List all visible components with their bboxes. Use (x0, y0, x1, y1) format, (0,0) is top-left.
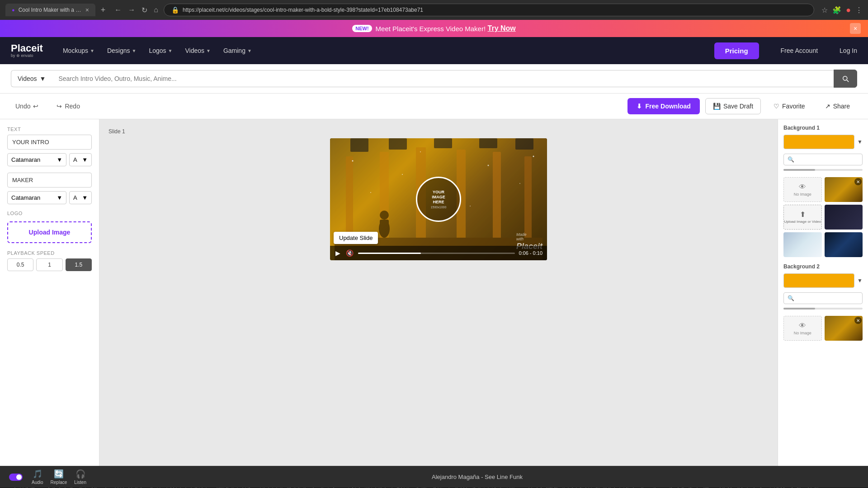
menu-icon[interactable]: ⋮ (855, 6, 863, 14)
tab-title: Cool Intro Maker with a Bold St... (19, 7, 82, 13)
search-category-select[interactable]: Videos ▼ (11, 70, 52, 87)
text-input-2[interactable] (7, 173, 92, 188)
banner-close-btn[interactable]: × (850, 23, 861, 34)
font-select-1[interactable]: Catamaran ▼ (7, 153, 66, 166)
bg1-search-input[interactable] (796, 156, 859, 163)
nav-designs[interactable]: Designs ▼ (102, 43, 142, 58)
search-bar-container: Videos ▼ (0, 64, 868, 94)
audio-ctrl-listen[interactable]: 🎧 Listen (74, 469, 86, 485)
font-size-select-2[interactable]: A ▼ (69, 191, 92, 204)
profile-icon[interactable]: ● (846, 5, 851, 15)
pricing-btn[interactable]: Pricing (714, 42, 759, 59)
video-container[interactable]: YOUR IMAGE HERE 1500x1000 Madewith Place… (330, 138, 547, 260)
nav-logos[interactable]: Logos ▼ (143, 43, 178, 58)
undo-btn[interactable]: Undo ↩ (11, 100, 43, 113)
announcement-banner: NEW! Meet Placeit's Express Video Maker!… (0, 20, 868, 37)
save-icon: 💾 (713, 103, 721, 110)
redo-btn[interactable]: ↪ Redo (52, 100, 84, 113)
login-btn[interactable]: Log In (840, 47, 857, 54)
favorite-btn[interactable]: ♡ Favorite (766, 99, 812, 114)
audio-label: Audio (32, 480, 43, 485)
audio-track-name: Alejandro Magaña - See Line Funk (95, 474, 859, 480)
announcement-text: Meet Placeit's Express Video Maker! (376, 25, 486, 33)
bg2-no-image[interactable]: 👁 No Image (783, 316, 822, 341)
bg1-no-image[interactable]: 👁 No Image (783, 177, 822, 202)
download-icon: ⬇ (637, 103, 642, 110)
bg2-color-arrow[interactable]: ▼ (857, 277, 863, 284)
svg-rect-10 (479, 138, 497, 148)
replace-icon: 🔄 (54, 469, 64, 479)
bg1-thumbnail-1[interactable]: ✕ (825, 177, 863, 202)
redo-label: Redo (65, 103, 80, 110)
bg2-color-swatch[interactable] (783, 273, 854, 288)
svg-rect-7 (350, 138, 368, 152)
search-input-wrap (52, 70, 834, 87)
audio-ctrl-audio[interactable]: 🎵 Audio (32, 469, 43, 485)
svg-rect-9 (434, 138, 452, 148)
upload-icon: ⬆ (800, 210, 806, 219)
text-input-1[interactable] (7, 135, 92, 150)
free-account-btn[interactable]: Free Account (781, 47, 818, 54)
bg1-color-swatch[interactable] (783, 135, 854, 149)
search-icon (841, 75, 849, 83)
bg2-delete-btn[interactable]: ✕ (854, 317, 862, 324)
audio-ctrl-replace[interactable]: 🔄 Replace (51, 469, 67, 485)
forward-btn[interactable]: → (126, 4, 137, 16)
announcement-cta[interactable]: Try Now (488, 24, 516, 33)
share-btn[interactable]: ↗ Share (818, 99, 857, 114)
nav-videos-arrow: ▼ (206, 48, 211, 53)
home-btn[interactable]: ⌂ (152, 4, 160, 16)
search-input[interactable] (58, 75, 827, 82)
bg2-scroll (783, 308, 863, 310)
nav-videos[interactable]: Videos ▼ (179, 43, 216, 58)
upload-image-btn[interactable]: Upload Image (7, 221, 92, 243)
font-size-select-1[interactable]: A ▼ (69, 153, 92, 166)
save-draft-btn[interactable]: 💾 Save Draft (705, 98, 761, 114)
bg1-thumbnail-dark-div (825, 205, 863, 230)
bg2-thumbnail-1[interactable]: ✕ (825, 316, 863, 341)
audio-toggle[interactable] (9, 474, 23, 481)
progress-bar[interactable] (358, 253, 515, 254)
free-download-btn[interactable]: ⬇ Free Download (627, 98, 700, 114)
audio-icon: 🎵 (33, 469, 42, 479)
search-category-arrow: ▼ (40, 75, 46, 82)
bg2-search-input[interactable] (796, 295, 859, 301)
extensions-icon[interactable]: 🧩 (832, 6, 841, 14)
update-slide-btn[interactable]: Update Slide (334, 232, 378, 244)
speed-btn-1[interactable]: 1 (36, 258, 62, 271)
bg1-thumbnail-dark[interactable] (825, 205, 863, 230)
bg2-label: Background 2 (783, 263, 863, 270)
heart-icon: ♡ (774, 103, 779, 110)
bg1-color-arrow[interactable]: ▼ (857, 139, 863, 145)
speed-btn-0.5[interactable]: 0.5 (7, 258, 33, 271)
bg1-thumbnail-blue-div (825, 232, 863, 257)
search-btn[interactable] (834, 70, 857, 88)
listen-icon: 🎧 (75, 469, 85, 479)
browser-tab[interactable]: ● Cool Intro Maker with a Bold St... × (5, 4, 95, 16)
star-icon[interactable]: ☆ (821, 6, 828, 14)
play-btn[interactable]: ▶ (335, 249, 341, 258)
nav-gaming[interactable]: Gaming ▼ (218, 43, 257, 58)
bg1-grid: 👁 No Image ✕ ⬆ Upload Image or Video (783, 177, 863, 257)
url-bar[interactable]: 🔒 https://placeit.net/c/videos/stages/co… (164, 4, 814, 16)
logo-text: Placeit (11, 43, 43, 53)
logo-area[interactable]: Placeit by ⊕ envato (11, 43, 43, 58)
bg1-thumbnail-snow[interactable] (783, 232, 822, 257)
refresh-btn[interactable]: ↻ (140, 4, 149, 16)
mute-btn[interactable]: 🔇 (345, 249, 354, 258)
font-select-1-arrow: ▼ (57, 156, 62, 163)
back-btn[interactable]: ← (113, 4, 123, 16)
new-tab-btn[interactable]: + (101, 5, 106, 15)
speed-btn-1.5[interactable]: 1.5 (66, 258, 92, 271)
bg1-delete-btn[interactable]: ✕ (854, 178, 862, 185)
bg1-thumbnail-blue[interactable] (825, 232, 863, 257)
tab-close-btn[interactable]: × (85, 6, 89, 14)
main-content: Text Catamaran ▼ A ▼ Catamaran ▼ A ▼ Log… (0, 119, 868, 466)
font-select-2[interactable]: Catamaran ▼ (7, 191, 66, 204)
playback-section: Playback Speed 0.5 1 1.5 (7, 250, 92, 271)
bg2-color-picker-row: ▼ (783, 273, 863, 288)
font-row-1: Catamaran ▼ A ▼ (7, 153, 92, 166)
audio-toggle-thumb (16, 474, 22, 480)
nav-mockups[interactable]: Mockups ▼ (57, 43, 100, 58)
bg1-upload[interactable]: ⬆ Upload Image or Video (783, 205, 822, 230)
